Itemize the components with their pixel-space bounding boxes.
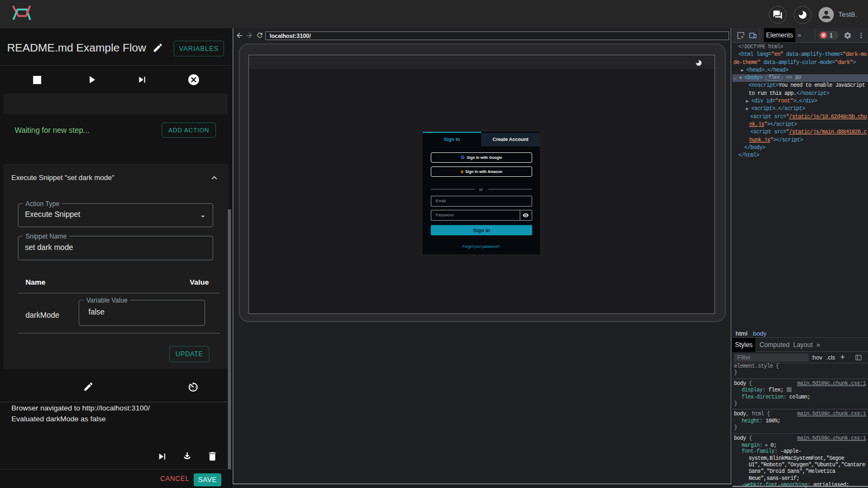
svg-text:or: or (479, 187, 483, 192)
